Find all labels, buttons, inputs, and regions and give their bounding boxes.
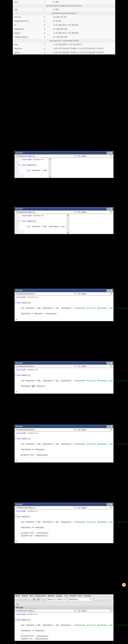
chevron-down-icon [110,156,112,156]
toolbar-icon[interactable]: ▦ [15,602,19,606]
types-table: bool10 / 255 целочисленный (символьный) … [13,0,115,54]
pin-icon[interactable]: 📌 [107,425,109,428]
code-editor[interactable]: − #include <stdio.h> void main(){ int Te… [15,432,113,462]
fwd-icon[interactable]: ► [20,598,23,601]
scope-dropdown-left[interactable]: (Глобальная область) [15,211,77,214]
close-icon[interactable]: x [110,208,113,210]
close-icon[interactable]: x [110,289,113,292]
toolbar: ◄ ► ▤ 📂 💾 💾 ▶ Debug Win32 WordPress ⬚ ⬚ … [15,597,113,606]
ide-screenshot-full: Файл Правка Вид Рефакторинг Данные Серви… [15,594,113,641]
toolbar-icon[interactable]: A [103,598,106,601]
run-icon[interactable]: ▶ [42,598,46,601]
toolbar-icon[interactable]: ✎ [107,598,111,601]
ide-screenshot-1: File.cpp*📌x (Глобальная область)⚙ main()… [15,151,113,178]
browser-dropdown[interactable]: WordPress [68,598,92,601]
type-size: 1 [38,0,51,4]
pin-icon[interactable]: 📌 [107,289,109,292]
toolbar-icon[interactable]: ⬚ [99,598,102,601]
close-icon[interactable]: x [110,152,113,154]
ide-screenshot-2: File.cpp*📌x (Глобальная область)⚙ main()… [15,207,113,234]
back-icon[interactable]: ◄ [15,598,19,601]
config-dropdown[interactable]: Debug [47,598,56,601]
section-header: целочисленные типы данных [13,12,115,15]
close-icon[interactable]: x [110,362,113,364]
type-name: bool [13,0,38,4]
ide-screenshot-6: File.cpp*📌x (Глобальная область)⚙ main()… [15,503,113,543]
pin-icon[interactable]: 📌 [107,503,109,506]
type-range: 0 / 255 [51,0,115,4]
saveall-icon[interactable]: 💾 [36,598,40,601]
save-icon[interactable]: 💾 [32,598,36,601]
code-editor[interactable]: − #include <stdio.h> void main(){ int Te… [15,214,113,234]
fold-icon[interactable]: − [19,164,21,166]
section-header: целочисленный (символьный) тип данных [13,4,115,8]
code-editor[interactable]: − #include <stdio.h> void main(){ int Te… [15,368,113,394]
menu-help[interactable]: Справка [84,595,91,597]
new-icon[interactable]: ▤ [24,598,27,601]
menu-test[interactable]: Тест [64,595,68,597]
menu-file[interactable]: Файл [15,595,20,597]
code-editor[interactable]: − #include <stdio.h> void main(){ int Te… [15,296,113,321]
ide-screenshot-5: File.cpp*📌x (Глобальная область)⚙ main()… [15,425,113,462]
scope-dropdown-left[interactable]: (Глобальная область) [15,155,77,158]
scrollbar-vertical[interactable] [67,214,70,234]
close-icon[interactable]: x [110,503,113,506]
scope-dropdown-right[interactable]: ⚙ main() [78,155,113,158]
ide-screenshot-3: File.cpp*📌x (Глобальная область)⚙ main()… [15,289,113,321]
code-editor[interactable]: − #include <stdio.h> void main(){ int Te… [15,510,113,543]
emoji-icon: 😁 [121,582,126,587]
menu-refactor[interactable]: Рефакторинг [35,595,46,597]
section-header: типы данных с плавающей точкой [13,39,115,43]
pin-icon[interactable]: 📌 [107,152,109,154]
menu-service[interactable]: Сервис [56,595,62,597]
window-title: File.cpp* [16,152,23,154]
code-editor[interactable]: − #include <stdio.h> void main(){ int Te… [15,158,113,178]
code-editor[interactable]: − #include <stdio.h> void main(){ int Te… [15,613,113,641]
toolbar-icon[interactable]: ⬚ [94,598,98,601]
chevron-down-icon [74,156,76,156]
pin-icon[interactable]: 📌 [107,362,109,364]
close-icon[interactable]: x [110,425,113,428]
menu-view[interactable]: Вид [30,595,33,597]
scope-dropdown-right[interactable]: ⚙ main() [78,211,113,214]
menu-bar: Файл Правка Вид Рефакторинг Данные Серви… [15,594,113,597]
ide-screenshot-4: File.cpp*📌x (Глобальная область)⚙ main()… [15,361,113,394]
menu-data[interactable]: Данные [48,595,54,597]
scrollbar-vertical[interactable] [48,158,51,178]
menu-analysis[interactable]: Анализ [70,595,76,597]
menu-edit[interactable]: Правка [22,595,28,597]
open-icon[interactable]: 📂 [28,598,32,601]
platform-dropdown[interactable]: Win32 [56,598,66,601]
menu-window[interactable]: Окно [78,595,82,597]
pin-icon[interactable]: 📌 [107,208,109,210]
